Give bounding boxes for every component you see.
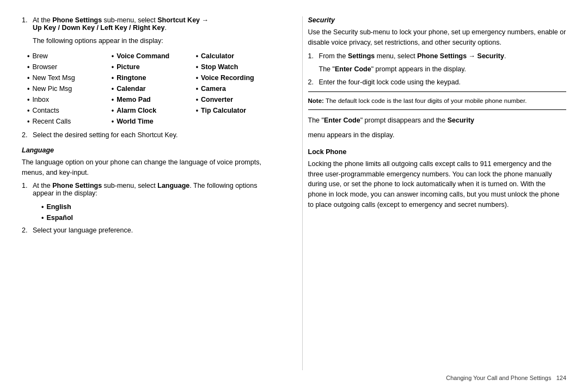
page-number: 124 [556, 375, 566, 381]
arrow-right: → [467, 52, 475, 60]
enter-code-bold-1: Enter Code [335, 65, 371, 73]
shortcut-key-section: 1. At the Phone Settings sub-menu, selec… [22, 16, 280, 139]
lock-phone-desc: Locking the phone limits all outgoing ca… [308, 159, 567, 210]
enter-code-bold-2: Enter Code [324, 117, 360, 124]
bullet-converter: Converter [196, 94, 280, 105]
security-title: Security [308, 16, 567, 24]
bullet-memo-pad: Memo Pad [112, 94, 196, 105]
bullet-calendar: Calendar [112, 83, 196, 94]
step-1-number: 1. [22, 16, 29, 32]
menu-appears: menu appears in the display. [308, 130, 567, 140]
note-text: The default lock code is the last four d… [324, 97, 526, 104]
right-column: Security Use the Security sub-menu to lo… [302, 16, 567, 370]
sec-step-2-text: Enter the four-digit lock code using the… [319, 78, 461, 86]
bullet-contacts: Contacts [27, 105, 112, 116]
english-option: English [41, 201, 280, 212]
col1: Brew Browser New Text Msg New Pic Msg In… [27, 51, 112, 127]
bullet-inbox: Inbox [27, 94, 112, 105]
arrow-symbol: → [200, 16, 209, 24]
security-desc: Use the Security sub-menu to lock your p… [308, 27, 567, 48]
bullet-tip-calculator: Tip Calculator [196, 105, 280, 116]
shortcut-key-label: Shortcut Key [157, 16, 200, 24]
step-2-number: 2. [22, 131, 29, 139]
language-section: Language The language option on your pho… [22, 146, 280, 235]
bullet-world-time: World Time [112, 116, 196, 127]
lang-language-label: Language [157, 182, 189, 189]
security-bold-2: Security [448, 117, 474, 124]
language-desc: The language option on your phone can ch… [22, 157, 280, 178]
bullet-recent-calls: Recent Calls [27, 116, 112, 127]
sec-step-1-num: 1. [308, 52, 316, 60]
phone-settings-label: Phone Settings [52, 16, 102, 24]
bullet-ringtone: Ringtone [112, 72, 196, 83]
language-step-2: 2. Select your language preference. [22, 226, 280, 234]
settings-label: Settings [348, 52, 375, 60]
options-grid: Brew Browser New Text Msg New Pic Msg In… [27, 51, 280, 127]
enter-code-disappears: The "Enter Code" prompt disappears and t… [308, 115, 567, 126]
following-text: The following options appear in the disp… [33, 36, 280, 46]
lock-phone-title: Lock Phone [308, 148, 567, 156]
lang-phone-settings: Phone Settings [52, 182, 102, 189]
language-step-1: 1. At the Phone Settings sub-menu, selec… [22, 182, 280, 197]
bullet-new-text-msg: New Text Msg [27, 72, 112, 83]
step-2-item: 2. Select the desired setting for each S… [22, 131, 280, 139]
bullet-stop-watch: Stop Watch [196, 62, 280, 72]
espanol-option: Español [41, 212, 280, 223]
lang-step-2-text: Select your language preference. [33, 226, 133, 234]
language-title: Language [22, 146, 280, 154]
security-label: Security [475, 52, 504, 60]
bullet-browser: Browser [27, 62, 112, 72]
note-box: Note: The default lock code is the last … [308, 91, 567, 110]
bullet-camera: Camera [196, 83, 280, 94]
col2: Voice Command Picture Ringtone Calendar … [112, 51, 196, 127]
sec-step-2-num: 2. [308, 78, 316, 86]
bullet-voice-recording: Voice Recording [196, 72, 280, 83]
bullet-brew: Brew [27, 51, 112, 62]
key-options-label: Up Key / Down Key / Left Key / Right Key [33, 24, 164, 32]
security-step-1: 1. From the Settings menu, select Phone … [308, 52, 567, 60]
bullet-new-pic-msg: New Pic Msg [27, 83, 112, 94]
lock-phone-section: Lock Phone Locking the phone limits all … [308, 148, 567, 210]
bullet-voice-command: Voice Command [112, 51, 196, 62]
enter-code-prompt: The "Enter Code" prompt appears in the d… [319, 64, 567, 75]
left-column: 1. At the Phone Settings sub-menu, selec… [22, 16, 286, 370]
bullet-picture: Picture [112, 62, 196, 72]
step-1-item: 1. At the Phone Settings sub-menu, selec… [22, 16, 280, 32]
footer: Changing Your Call and Phone Settings 12… [22, 370, 566, 381]
lang-step-1-text: At the Phone Settings sub-menu, select L… [33, 182, 280, 197]
col3: Calculator Stop Watch Voice Recording Ca… [196, 51, 280, 127]
bullet-calculator: Calculator [196, 51, 280, 62]
step-2-text: Select the desired setting for each Shor… [33, 131, 178, 139]
bullet-alarm-clock: Alarm Clock [112, 105, 196, 116]
lang-step-2-num: 2. [22, 226, 29, 234]
note-label: Note: [308, 97, 324, 104]
phone-settings-right: Phone Settings [417, 52, 467, 60]
security-section: Security Use the Security sub-menu to lo… [308, 16, 567, 140]
security-step-2: 2. Enter the four-digit lock code using … [308, 78, 567, 86]
footer-text: Changing Your Call and Phone Settings [446, 375, 551, 381]
language-options: English Español [41, 201, 280, 223]
lang-step-1-num: 1. [22, 182, 29, 197]
step-1-text: At the Phone Settings sub-menu, select S… [33, 16, 209, 32]
sec-step-1-text: From the Settings menu, select Phone Set… [319, 52, 506, 60]
